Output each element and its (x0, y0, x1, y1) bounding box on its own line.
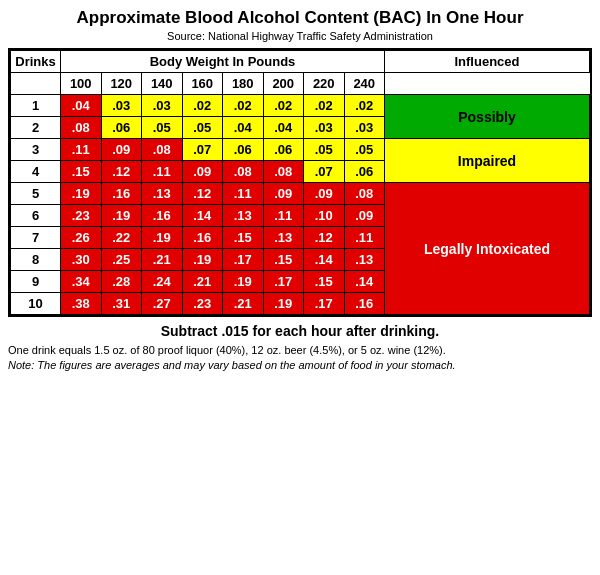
bac-value: .19 (223, 271, 264, 293)
bac-value: .11 (223, 183, 264, 205)
bac-value: .21 (182, 271, 223, 293)
bac-value: .15 (304, 271, 345, 293)
bac-value: .08 (223, 161, 264, 183)
bac-value: .15 (61, 161, 102, 183)
bac-value: .02 (182, 95, 223, 117)
bac-value: .08 (263, 161, 304, 183)
drinks-cell: 8 (11, 249, 61, 271)
bac-value: .24 (142, 271, 183, 293)
bac-value: .03 (344, 117, 385, 139)
bac-value: .19 (263, 293, 304, 315)
bac-value: .17 (263, 271, 304, 293)
bac-value: .06 (344, 161, 385, 183)
bac-value: .06 (263, 139, 304, 161)
bac-value: .02 (263, 95, 304, 117)
bac-value: .04 (61, 95, 102, 117)
bac-value: .07 (182, 139, 223, 161)
footer-bold: Subtract .015 for each hour after drinki… (8, 323, 592, 339)
bac-value: .12 (304, 227, 345, 249)
bac-value: .19 (61, 183, 102, 205)
bac-value: .05 (304, 139, 345, 161)
bac-value: .14 (304, 249, 345, 271)
footer-note: One drink equals 1.5 oz. of 80 proof liq… (8, 343, 592, 374)
bac-value: .09 (182, 161, 223, 183)
weight-header-180: 180 (223, 73, 264, 95)
weight-header-220: 220 (304, 73, 345, 95)
bac-value: .05 (142, 117, 183, 139)
bac-value: .13 (142, 183, 183, 205)
bac-value: .23 (61, 205, 102, 227)
bac-value: .17 (223, 249, 264, 271)
bac-value: .12 (182, 183, 223, 205)
bac-value: .03 (304, 117, 345, 139)
bac-value: .28 (101, 271, 142, 293)
bac-value: .38 (61, 293, 102, 315)
drinks-cell: 3 (11, 139, 61, 161)
influence-label: Possibly (385, 95, 590, 139)
weight-header-100: 100 (61, 73, 102, 95)
bac-value: .04 (263, 117, 304, 139)
bac-value: .15 (223, 227, 264, 249)
bac-value: .19 (101, 205, 142, 227)
bac-value: .07 (304, 161, 345, 183)
bac-value: .19 (142, 227, 183, 249)
table-row: 1.04.03.03.02.02.02.02.02Possibly (11, 95, 590, 117)
bac-value: .14 (344, 271, 385, 293)
bac-value: .02 (223, 95, 264, 117)
table-row: 3.11.09.08.07.06.06.05.05Impaired (11, 139, 590, 161)
drinks-cell: 7 (11, 227, 61, 249)
table-row: 5.19.16.13.12.11.09.09.08Legally Intoxic… (11, 183, 590, 205)
bac-value: .21 (223, 293, 264, 315)
bac-value: .14 (182, 205, 223, 227)
bac-value: .09 (263, 183, 304, 205)
drinks-cell: 2 (11, 117, 61, 139)
drinks-cell: 1 (11, 95, 61, 117)
bac-value: .03 (142, 95, 183, 117)
bac-value: .16 (344, 293, 385, 315)
drinks-cell: 10 (11, 293, 61, 315)
bac-value: .09 (101, 139, 142, 161)
bac-value: .19 (182, 249, 223, 271)
bac-value: .11 (263, 205, 304, 227)
drinks-cell: 9 (11, 271, 61, 293)
weight-header-160: 160 (182, 73, 223, 95)
bac-value: .25 (101, 249, 142, 271)
bac-value: .02 (304, 95, 345, 117)
bac-value: .11 (344, 227, 385, 249)
bac-value: .11 (61, 139, 102, 161)
bac-value: .15 (263, 249, 304, 271)
bac-value: .13 (223, 205, 264, 227)
influence-label: Legally Intoxicated (385, 183, 590, 315)
bac-value: .27 (142, 293, 183, 315)
weight-header-140: 140 (142, 73, 183, 95)
col-header-drinks: Drinks (11, 51, 61, 73)
bac-value: .10 (304, 205, 345, 227)
bac-value: .30 (61, 249, 102, 271)
bac-value: .02 (344, 95, 385, 117)
bac-value: .34 (61, 271, 102, 293)
bac-value: .06 (223, 139, 264, 161)
bac-value: .16 (142, 205, 183, 227)
bac-value: .12 (101, 161, 142, 183)
bac-value: .08 (142, 139, 183, 161)
bac-value: .31 (101, 293, 142, 315)
influence-label: Impaired (385, 139, 590, 183)
bac-value: .09 (344, 205, 385, 227)
drinks-cell: 5 (11, 183, 61, 205)
col-header-body-weight: Body Weight In Pounds (61, 51, 385, 73)
bac-table: Drinks Body Weight In Pounds Influenced … (8, 48, 592, 317)
bac-value: .03 (101, 95, 142, 117)
bac-value: .06 (101, 117, 142, 139)
bac-value: .09 (304, 183, 345, 205)
bac-value: .17 (304, 293, 345, 315)
bac-value: .05 (182, 117, 223, 139)
bac-value: .23 (182, 293, 223, 315)
empty-header (11, 73, 61, 95)
bac-value: .08 (344, 183, 385, 205)
bac-value: .11 (142, 161, 183, 183)
bac-value: .13 (263, 227, 304, 249)
bac-value: .21 (142, 249, 183, 271)
weight-header-240: 240 (344, 73, 385, 95)
bac-value: .16 (182, 227, 223, 249)
bac-value: .22 (101, 227, 142, 249)
